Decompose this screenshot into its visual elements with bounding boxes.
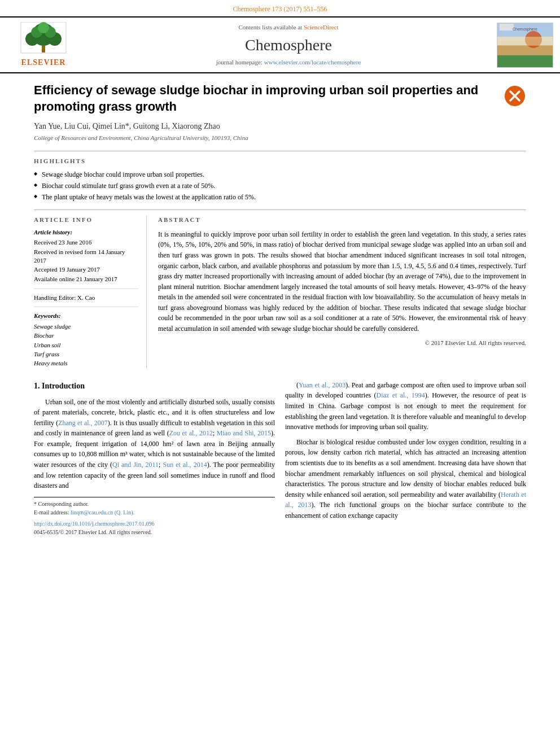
footer-line: * Corresponding author. E-mail address: … [34,497,275,537]
intro-para-1: Urban soil, one of the most violently an… [34,397,275,491]
right-para-2: Biochar is biological residue combusted … [285,437,526,521]
keyword-3: Urban soil [34,341,138,350]
highlights-section: HIGHLIGHTS Sewage sludge biochar could i… [34,157,526,202]
ref-qi-2011[interactable]: Qi and Jin, 2011 [112,461,159,469]
ref-herath-2013[interactable]: Herath et al., 2013 [285,491,526,509]
article-info-abstract: ARTICLE INFO Article history: Received 2… [34,216,526,368]
svg-rect-1 [42,46,45,53]
available-date: Available online 21 January 2017 [34,275,138,283]
keyword-4: Turf grass [34,350,138,359]
svg-point-7 [38,22,49,33]
abstract-copyright: © 2017 Elsevier Ltd. All rights reserved… [158,339,526,347]
handling-editor-value: X. Cao [77,294,95,301]
elsevier-tree-icon [18,22,69,56]
accepted-date: Accepted 19 January 2017 [34,265,138,274]
handling-editor-label: Handling Editor: [34,294,76,301]
article-info-label: ARTICLE INFO [34,216,138,224]
email-note: E-mail address: linqm@cau.edu.cn (Q. Lin… [34,508,275,517]
journal-thumbnail: Chemosphere [497,23,553,68]
journal-title: Chemosphere [87,34,490,56]
issn-line: 0045-6535/© 2017 Elsevier Ltd. All right… [34,528,275,537]
elsevier-logo-section: ELSEVIER [7,22,80,68]
contents-available-text: Contents lists available at [238,24,302,30]
abstract-label: ABSTRACT [158,216,526,224]
received-date: Received 23 June 2016 [34,238,138,247]
svg-rect-15 [497,37,553,46]
paper-title-text: Efficiency of sewage sludge biochar in i… [34,82,498,115]
highlights-list: Sewage sludge biochar could improve urba… [34,170,526,202]
sciencedirect-link[interactable]: ScienceDirect [304,24,339,30]
keyword-5: Heavy metals [34,359,138,368]
handling-editor-block: Handling Editor: X. Cao [34,294,138,307]
elsevier-brand-text: ELSEVIER [21,57,66,68]
ref-miao-2015[interactable]: Miao and Shi, 2015 [217,429,271,437]
journal-header: ELSEVIER Contents lists available at Sci… [0,16,560,74]
svg-text:Chemosphere: Chemosphere [513,27,537,32]
ref-sun-2014[interactable]: Sun et al., 2014 [163,461,207,469]
journal-homepage-line: journal homepage: www.elsevier.com/locat… [87,58,490,67]
svg-rect-13 [497,55,553,68]
keywords-block: Keywords: Sewage sludge Biochar Urban so… [34,312,138,368]
svg-rect-10 [500,24,514,30]
ref-yuan-2003[interactable]: Yuan et al., 2003 [299,381,345,389]
article-info-divider [34,209,526,210]
highlight-item-3: The plant uptake of heavy metals was the… [34,193,526,202]
authors-line: Yan Yue, Liu Cui, Qimei Lin*, Guitong Li… [34,121,526,132]
doi-link[interactable]: http://dx.doi.org/10.1016/j.chemosphere.… [34,521,154,527]
affiliation-line: College of Resources and Environment, Ch… [34,134,526,142]
abstract-text: It is meaningful to quickly improve poor… [158,229,526,334]
and-text: and [59,482,68,490]
abstract-section: ABSTRACT It is meaningful to quickly imp… [158,216,526,368]
article-history: Article history: Received 23 June 2016 R… [34,228,138,289]
homepage-label: journal homepage: [216,59,262,65]
body-right-col: (Yuan et al., 2003). Peat and garbage co… [285,380,526,537]
received-revised-date: Received in revised form 14 January 2017 [34,248,138,265]
highlights-label: HIGHLIGHTS [34,157,526,165]
body-columns: 1. Introduction Urban soil, one of the m… [34,380,526,537]
paper-title-section: Efficiency of sewage sludge biochar in i… [34,82,526,115]
highlights-divider [34,151,526,151]
elsevier-logo: ELSEVIER [7,22,80,68]
intro-heading-text: 1. Introduction [34,382,85,390]
main-content: Efficiency of sewage sludge biochar in i… [0,73,560,548]
highlight-item-2: Biochar could stimulate turf grass growt… [34,181,526,191]
body-left-col: 1. Introduction Urban soil, one of the m… [34,380,275,537]
journal-title-section: Contents lists available at ScienceDirec… [87,23,490,67]
keywords-list: Sewage sludge Biochar Urban soil Turf gr… [34,322,138,368]
email-link[interactable]: linqm@cau.edu.cn (Q. Lin). [71,509,134,516]
highlight-item-1: Sewage sludge biochar could improve urba… [34,170,526,180]
journal-cover-image: Chemosphere [497,23,553,68]
ref-zou-2012[interactable]: Zou et al., 2012 [169,429,213,437]
corresponding-author-note: * Corresponding author. [34,500,275,509]
ref-zhang-2007[interactable]: Zhang et al., 2007 [58,419,108,427]
keyword-1: Sewage sludge [34,322,138,331]
history-label: Article history: [34,228,138,237]
introduction-heading: 1. Introduction [34,380,275,392]
email-label: E-mail address: [34,509,69,516]
keywords-label: Keywords: [34,312,138,320]
crossmark-icon[interactable] [504,85,526,107]
doi-line: http://dx.doi.org/10.1016/j.chemosphere.… [34,519,275,528]
keyword-2: Biochar [34,331,138,340]
journal-ref-text: Chemosphere 173 (2017) 551–556 [233,5,327,13]
journal-reference: Chemosphere 173 (2017) 551–556 [0,0,560,16]
ref-diaz-1994[interactable]: Diaz et al., 1994 [377,391,425,399]
homepage-url[interactable]: www.elsevier.com/locate/chemosphere [264,59,361,65]
svg-rect-12 [497,45,553,56]
right-para-1: (Yuan et al., 2003). Peat and garbage co… [285,380,526,433]
cover-image-svg: Chemosphere [497,23,553,68]
article-info-section: ARTICLE INFO Article history: Received 2… [34,216,147,368]
sciencedirect-line: Contents lists available at ScienceDirec… [87,23,490,32]
